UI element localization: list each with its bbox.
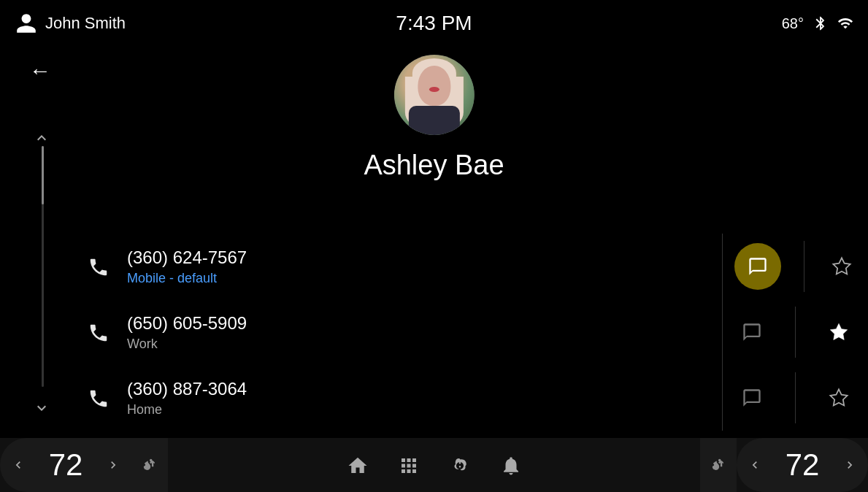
seat-heat-left-icon[interactable] bbox=[131, 438, 168, 492]
signal-icon bbox=[837, 15, 853, 31]
action-row-1 bbox=[722, 234, 868, 299]
message-button-3[interactable] bbox=[737, 383, 767, 412]
home-icon[interactable] bbox=[347, 453, 369, 477]
person-icon bbox=[15, 12, 38, 35]
status-time: 7:43 PM bbox=[396, 12, 472, 35]
right-temp-value: 72 bbox=[773, 438, 831, 492]
favorite-button-3[interactable] bbox=[824, 383, 853, 412]
seat-heat-right-icon[interactable] bbox=[700, 438, 737, 492]
divider-1 bbox=[804, 241, 804, 292]
temperature-display: 68° bbox=[782, 15, 804, 32]
status-bar: John Smith 7:43 PM 68° bbox=[0, 0, 868, 47]
favorite-button-1[interactable] bbox=[827, 252, 856, 281]
left-temp-decrease[interactable] bbox=[0, 438, 37, 492]
left-temp-value: 72 bbox=[37, 438, 95, 492]
avatar-face bbox=[418, 66, 450, 106]
right-temp-increase[interactable] bbox=[831, 438, 868, 492]
bottom-bar: 72 72 bbox=[0, 438, 868, 492]
bottom-center-icons bbox=[168, 453, 700, 477]
back-button[interactable]: ← bbox=[29, 58, 51, 83]
phone-icon-1 bbox=[88, 255, 110, 278]
scroll-up-button[interactable] bbox=[33, 128, 50, 147]
grid-icon[interactable] bbox=[398, 453, 420, 477]
username: John Smith bbox=[45, 14, 126, 33]
left-temp-control: 72 bbox=[0, 438, 168, 492]
status-right: 68° bbox=[782, 15, 853, 32]
left-temp-increase[interactable] bbox=[95, 438, 131, 492]
right-temp-decrease[interactable] bbox=[737, 438, 773, 492]
fan-icon[interactable] bbox=[449, 453, 471, 477]
action-row-3 bbox=[722, 365, 868, 431]
message-button-2[interactable] bbox=[737, 318, 767, 347]
right-temp-control: 72 bbox=[700, 438, 868, 492]
phone-icon-3 bbox=[88, 386, 110, 410]
divider-3 bbox=[795, 372, 796, 423]
bluetooth-icon bbox=[813, 15, 829, 31]
avatar-image bbox=[393, 55, 474, 135]
message-button-active[interactable] bbox=[734, 243, 781, 290]
favorite-button-2[interactable] bbox=[824, 318, 853, 347]
action-row-2 bbox=[722, 299, 868, 365]
avatar-lips bbox=[429, 87, 439, 92]
status-left: John Smith bbox=[15, 12, 126, 35]
phone-icon-2 bbox=[88, 320, 110, 344]
divider-2 bbox=[795, 307, 796, 358]
scroll-thumb bbox=[42, 146, 44, 204]
bell-icon[interactable] bbox=[500, 453, 522, 477]
contact-avatar bbox=[393, 55, 474, 135]
contact-area: Ashley Bae bbox=[364, 55, 504, 181]
contact-name: Ashley Bae bbox=[364, 150, 504, 181]
scroll-down-button[interactable] bbox=[33, 398, 50, 417]
avatar-body bbox=[408, 106, 459, 135]
action-icons bbox=[722, 234, 868, 431]
